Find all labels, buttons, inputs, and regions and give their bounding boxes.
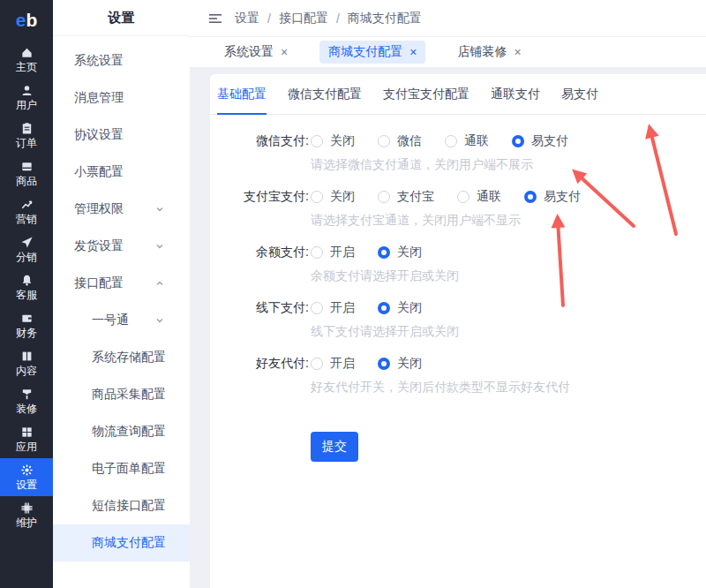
tab-system-settings[interactable]: 系统设置× (215, 41, 297, 64)
sidebar-item-service[interactable]: 客服 (0, 268, 53, 306)
menu-item-receipt[interactable]: 小票配置 (53, 154, 190, 191)
primary-sidebar: eb 主页 用户 订单 商品 营销 分销 客服 (0, 0, 53, 588)
sidebar-item-marketing[interactable]: 营销 (0, 192, 53, 230)
radio-icon[interactable] (311, 135, 323, 147)
tab-wechat-pay-config[interactable]: 微信支付配置 (288, 74, 362, 114)
radio-icon[interactable] (311, 302, 323, 314)
menu-item-goods-collect-config[interactable]: 商品采集配置 (53, 376, 190, 413)
pay-config-form: 微信支付: 关闭 微信 通联 易支付 请选择微信支付通道，关闭用户端不展示 (210, 115, 706, 462)
tab-shop-decorate[interactable]: 店铺装修× (448, 41, 530, 64)
form-row-friend-pay: 好友代付: 开启 关闭 好友代付开关，关闭后付款类型不显示好友代付 (210, 353, 706, 395)
radio-icon[interactable] (457, 191, 469, 203)
sidebar-item-finance[interactable]: 财务 (0, 306, 53, 344)
field-label: 微信支付: (210, 133, 309, 149)
sidebar-item-content[interactable]: 内容 (0, 344, 53, 382)
radio-checked-icon[interactable] (378, 302, 390, 314)
sidebar-item-distribution[interactable]: 分销 (0, 230, 53, 268)
menu-item-system-settings[interactable]: 系统设置 (53, 42, 190, 79)
menu-item-sms-config[interactable]: 短信接口配置 (53, 487, 190, 524)
radio-icon[interactable] (378, 135, 390, 147)
radio-icon[interactable] (311, 246, 323, 259)
collapse-menu-icon[interactable] (208, 12, 222, 25)
tab-alipay-config[interactable]: 支付宝支付配置 (383, 74, 469, 114)
tab-basic-config[interactable]: 基础配置 (217, 74, 267, 114)
radio-icon[interactable] (378, 191, 390, 203)
sidebar-item-decorate[interactable]: 装修 (0, 382, 53, 420)
sidebar-item-settings[interactable]: 设置 (0, 458, 53, 496)
sidebar-item-label: 装修 (16, 403, 37, 415)
radio-icon[interactable] (311, 191, 323, 203)
sidebar-item-label: 客服 (16, 289, 37, 301)
submit-button[interactable]: 提交 (311, 432, 358, 462)
radio-option[interactable]: 通联 (445, 133, 489, 149)
sidebar-item-goods[interactable]: 商品 (0, 155, 53, 192)
menu-item-interface-config[interactable]: 接口配置 (53, 265, 190, 302)
tab-mall-pay-config[interactable]: 商城支付配置× (319, 41, 425, 64)
menu-item-delivery[interactable]: 发货设置 (53, 228, 190, 265)
radio-option[interactable]: 支付宝 (378, 189, 434, 205)
close-icon[interactable]: × (409, 45, 417, 59)
radio-option[interactable]: 关闭 (311, 133, 355, 149)
sidebar-item-maintain[interactable]: 维护 (0, 496, 53, 534)
menu-item-label: 发货设置 (74, 238, 124, 254)
sidebar-item-user[interactable]: 用户 (0, 79, 53, 117)
field-help-text: 线下支付请选择开启或关闭 (311, 323, 706, 339)
radio-label: 关闭 (330, 189, 355, 205)
breadcrumb-item[interactable]: 商城支付配置 (348, 11, 422, 26)
wallet-icon (20, 312, 34, 325)
tab-yi-pay[interactable]: 易支付 (561, 74, 598, 114)
sidebar-item-home[interactable]: 主页 (0, 41, 53, 79)
radio-option-selected[interactable]: 易支付 (524, 189, 581, 205)
tab-tonglian-pay[interactable]: 通联支付 (491, 74, 540, 114)
menu-item-storage-config[interactable]: 系统存储配置 (53, 339, 190, 376)
radio-option[interactable]: 开启 (311, 245, 355, 260)
radio-option-selected[interactable]: 关闭 (378, 245, 422, 260)
radio-checked-icon[interactable] (512, 135, 524, 147)
sidebar-item-order[interactable]: 订单 (0, 117, 53, 155)
menu-item-yihaotong[interactable]: 一号通 (53, 302, 190, 339)
field-help-text: 余额支付请选择开启或关闭 (311, 268, 706, 283)
chip-icon (20, 501, 34, 515)
close-icon[interactable]: × (281, 45, 288, 59)
radio-option-selected[interactable]: 关闭 (378, 300, 422, 316)
radio-label: 开启 (330, 245, 355, 260)
brand-logo[interactable]: eb (0, 0, 53, 41)
menu-item-mall-pay-config[interactable]: 商城支付配置 (53, 524, 190, 562)
radio-checked-icon[interactable] (524, 191, 537, 203)
radio-option-selected[interactable]: 关闭 (378, 356, 422, 372)
logo-letter-b: b (26, 10, 37, 31)
menu-item-logistics-config[interactable]: 物流查询配置 (53, 413, 190, 450)
field-help-text: 请选择支付宝通道，关闭用户端不显示 (311, 212, 706, 228)
radio-option[interactable]: 开启 (311, 300, 355, 316)
close-icon[interactable]: × (514, 45, 521, 59)
form-row-alipay: 支付宝支付: 关闭 支付宝 通联 易支付 请选择支付宝通道，关闭用户端不显示 (210, 186, 706, 228)
radio-option[interactable]: 微信 (378, 133, 422, 149)
open-page-tabs: 系统设置× 商城支付配置× 店铺装修× (190, 37, 706, 67)
radio-option[interactable]: 关闭 (311, 189, 355, 205)
radio-label: 开启 (330, 356, 355, 372)
radio-icon[interactable] (445, 135, 457, 147)
menu-item-ewaybill-config[interactable]: 电子面单配置 (53, 450, 190, 487)
gear-icon (20, 464, 34, 477)
radio-label: 微信 (397, 133, 422, 149)
tab-label: 店铺装修 (457, 44, 507, 60)
sidebar-item-apps[interactable]: 应用 (0, 420, 53, 458)
menu-item-agreement[interactable]: 协议设置 (53, 117, 190, 154)
radio-checked-icon[interactable] (378, 358, 390, 370)
radio-label: 通联 (477, 189, 501, 205)
radio-option-selected[interactable]: 易支付 (512, 133, 568, 149)
sidebar-item-label: 用户 (16, 99, 37, 111)
menu-item-label: 短信接口配置 (92, 498, 166, 514)
breadcrumb-item[interactable]: 接口配置 (279, 11, 328, 26)
radio-label: 关闭 (330, 133, 355, 149)
radio-icon[interactable] (311, 358, 323, 370)
menu-item-admin-auth[interactable]: 管理权限 (53, 191, 190, 228)
chevron-down-icon (154, 204, 165, 215)
radio-option[interactable]: 开启 (311, 356, 355, 372)
radio-checked-icon[interactable] (378, 246, 390, 259)
settings-menu: 系统设置 消息管理 协议设置 小票配置 管理权限 发货设置 接口配置 一号通 系… (53, 36, 190, 562)
menu-item-message[interactable]: 消息管理 (53, 79, 190, 117)
radio-option[interactable]: 通联 (457, 189, 501, 205)
breadcrumb: 设置 / 接口配置 / 商城支付配置 (235, 11, 422, 26)
breadcrumb-item[interactable]: 设置 (235, 11, 259, 26)
